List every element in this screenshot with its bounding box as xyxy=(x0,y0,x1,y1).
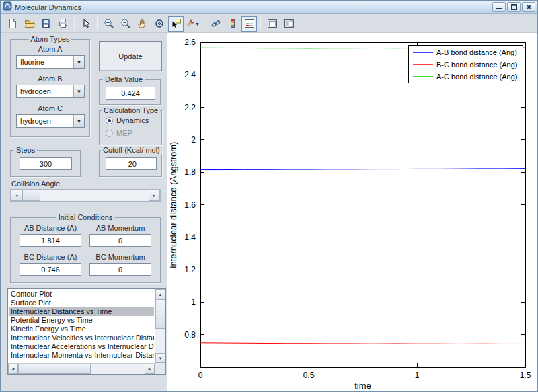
rotate-3d-button[interactable] xyxy=(151,16,167,32)
list-item[interactable]: Internuclear Velocities vs Internuclear … xyxy=(9,334,154,342)
slider-thumb[interactable] xyxy=(22,190,40,201)
link-plot-button[interactable] xyxy=(208,16,223,32)
list-item[interactable]: Surface Plot xyxy=(9,299,154,307)
save-figure-button[interactable] xyxy=(38,16,54,32)
minimize-button[interactable] xyxy=(492,2,506,12)
zoom-in-button[interactable] xyxy=(101,16,116,32)
list-item[interactable]: Contour Plot xyxy=(9,290,154,299)
show-plot-tools-button[interactable] xyxy=(281,16,297,32)
listbox-vertical-scrollbar[interactable]: ▲ ▼ xyxy=(155,289,165,363)
new-file-icon xyxy=(7,18,18,29)
steps-field[interactable] xyxy=(20,157,72,170)
ab-distance-label: AB Distance (A) xyxy=(19,224,82,232)
scrollbar-corner xyxy=(155,363,165,374)
new-figure-button[interactable] xyxy=(5,16,20,32)
chevron-down-icon[interactable]: ▼ xyxy=(73,115,84,127)
plot-svg[interactable]: 00.511.50.811.21.41.61.822.22.42.6timein… xyxy=(167,33,538,391)
collision-angle-slider[interactable]: ◄ ► xyxy=(10,189,161,202)
scroll-down-button[interactable]: ▼ xyxy=(155,353,165,363)
svg-text:2.6: 2.6 xyxy=(184,38,196,47)
brush-data-button[interactable]: ▼ xyxy=(185,16,200,32)
listbox-horizontal-scrollbar[interactable]: ◄ ► xyxy=(8,363,155,374)
svg-text:2.2: 2.2 xyxy=(184,103,196,112)
close-button[interactable] xyxy=(522,2,535,12)
zoom-out-button[interactable] xyxy=(118,16,133,32)
ab-distance-field[interactable] xyxy=(20,234,81,247)
list-item[interactable]: Internuclear Accelerations vs Internucle… xyxy=(9,342,154,351)
radio-icon xyxy=(106,130,113,137)
groupbox-legend: Initial Conditions xyxy=(56,213,115,221)
svg-text:1: 1 xyxy=(415,370,420,380)
bc-distance-field[interactable] xyxy=(20,263,81,276)
close-icon xyxy=(526,4,532,10)
toolbar-separator xyxy=(97,17,98,30)
list-item[interactable]: Internuclear Momenta vs Internuclear Dis… xyxy=(9,351,154,360)
hide-plot-tools-button[interactable] xyxy=(264,16,280,32)
toolbar-separator xyxy=(204,17,204,30)
titlebar[interactable]: Molecular Dynamics xyxy=(1,1,537,14)
print-figure-button[interactable] xyxy=(55,16,71,32)
scrollbar-thumb[interactable] xyxy=(18,364,91,374)
colorbar-icon xyxy=(227,18,238,29)
svg-text:1: 1 xyxy=(191,297,196,307)
svg-text:A-C bond distance (Ang): A-C bond distance (Ang) xyxy=(436,73,517,81)
mep-radio[interactable]: MEP xyxy=(106,129,132,137)
initial-conditions-groupbox: Initial Conditions AB Distance (A) AB Mo… xyxy=(10,217,161,283)
link-icon xyxy=(210,18,221,29)
groupbox-legend: Steps xyxy=(14,146,37,154)
mep-radio-label: MEP xyxy=(116,129,132,137)
toolbar: ▼ xyxy=(1,15,537,33)
ab-momentum-field[interactable] xyxy=(89,234,151,247)
svg-text:0: 0 xyxy=(198,370,203,380)
maximize-button[interactable] xyxy=(507,2,521,12)
cutoff-field[interactable] xyxy=(106,157,157,170)
atom-c-label: Atom C xyxy=(11,104,89,112)
open-file-button[interactable] xyxy=(22,16,37,32)
list-item[interactable]: Potential Energy vs Time xyxy=(9,316,154,325)
dynamics-radio[interactable]: Dynamics xyxy=(106,116,149,124)
hand-icon xyxy=(137,18,148,29)
insert-colorbar-button[interactable] xyxy=(225,16,240,32)
hide-plot-tools-icon xyxy=(267,18,278,29)
bc-distance-label: BC Distance (A) xyxy=(19,253,82,261)
zoom-in-icon xyxy=(104,18,114,29)
chevron-down-icon[interactable]: ▼ xyxy=(73,56,84,68)
slider-left-arrow[interactable]: ◄ xyxy=(11,190,22,201)
bc-momentum-field[interactable] xyxy=(89,263,151,276)
groupbox-legend: Cutoff (Kcal/ mol) xyxy=(101,146,162,154)
atom-types-groupbox: Atom Types Atom A fluorine ▼ Atom B hydr… xyxy=(10,39,90,137)
svg-text:1.6: 1.6 xyxy=(184,200,196,210)
delta-value-field[interactable] xyxy=(106,87,155,100)
atom-b-select[interactable]: hydrogen ▼ xyxy=(16,85,85,98)
atom-b-value: hydrogen xyxy=(17,85,73,97)
data-cursor-button[interactable] xyxy=(168,16,184,32)
scroll-left-button[interactable]: ◄ xyxy=(8,364,18,374)
svg-text:0.5: 0.5 xyxy=(303,370,315,380)
groupbox-legend: Atom Types xyxy=(29,35,72,43)
legend-icon xyxy=(244,18,255,29)
list-item[interactable]: Kinetic Energy vs Time xyxy=(9,325,154,334)
app-icon xyxy=(3,1,12,13)
edit-plot-button[interactable] xyxy=(78,16,93,32)
insert-legend-button[interactable] xyxy=(241,16,257,32)
atom-c-select[interactable]: hydrogen ▼ xyxy=(16,114,85,128)
slider-right-arrow[interactable]: ► xyxy=(149,190,160,201)
svg-text:internuclear distance (Angstro: internuclear distance (Angstrom) xyxy=(168,142,178,268)
scroll-up-button[interactable]: ▲ xyxy=(155,289,165,299)
update-button[interactable]: Update xyxy=(99,41,162,71)
rotate-icon xyxy=(154,18,165,29)
svg-text:0.8: 0.8 xyxy=(184,330,196,340)
atom-a-select[interactable]: fluorine ▼ xyxy=(16,55,85,69)
atom-b-label: Atom B xyxy=(11,75,89,83)
chevron-down-icon[interactable]: ▼ xyxy=(73,85,84,97)
atom-c-value: hydrogen xyxy=(17,115,73,127)
scroll-right-button[interactable]: ► xyxy=(145,364,155,374)
save-icon xyxy=(41,18,52,29)
dynamics-radio-label: Dynamics xyxy=(116,116,149,124)
delta-value-groupbox: Delta Value xyxy=(99,79,161,105)
scrollbar-thumb[interactable] xyxy=(155,299,165,329)
maximize-icon xyxy=(511,4,517,10)
plot-type-listbox[interactable]: Contour PlotSurface PlotInternuclear Dis… xyxy=(7,288,166,375)
pan-button[interactable] xyxy=(134,16,150,32)
list-item[interactable]: Internuclear Distances vs Time xyxy=(9,307,154,316)
